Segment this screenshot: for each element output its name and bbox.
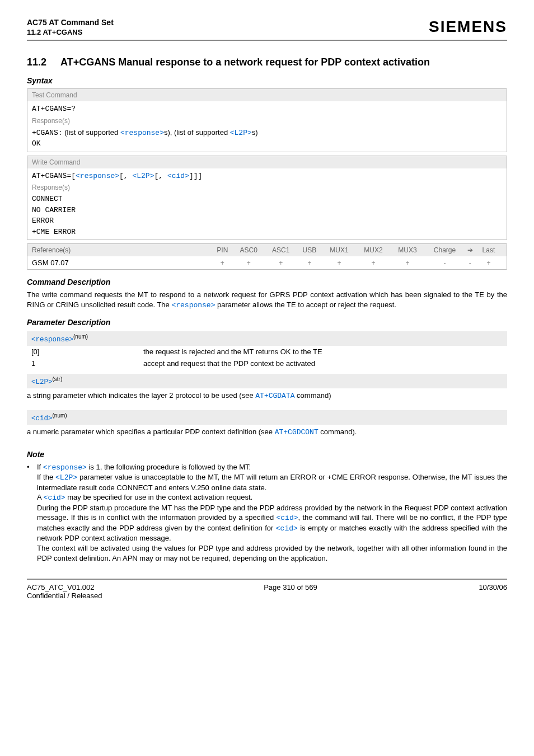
text: a numeric parameter which specifies a pa… [27,428,275,436]
val-mux1: + [322,256,356,269]
test-cmd-label: Test Command [27,89,507,101]
cmd-desc-heading: Command Description [27,278,507,287]
param-l2p[interactable]: <L2P> [230,129,252,137]
resp-text: s), (list of supported [164,128,230,137]
write-command-block: Write Command AT+CGANS=[<response>[, <L2… [27,156,507,241]
test-ok: OK [32,138,502,149]
val-usb: + [297,256,322,269]
cmd-prefix: AT+CGANS= [32,172,71,180]
col-asc0: ASC0 [233,244,265,256]
resp-text: s) [252,128,258,137]
page-footer: AC75_ATC_V01.002 Confidential / Released… [27,579,507,600]
doc-subtitle: 11.2 AT+CGANS [27,28,114,36]
write-cmd: AT+CGANS=[<response>[, <L2P>[, <cid>]]] [32,171,502,182]
bullet-icon: • [27,462,37,563]
write-resp-error: ERROR [32,215,502,227]
cmd-desc-text: The write command requests the MT to res… [27,290,507,310]
col-arrow: ➔ [465,244,475,256]
section-title: AT+CGANS Manual response to a network re… [60,57,507,68]
note-heading: Note [27,450,507,459]
col-pin: PIN [212,244,233,256]
doc-title: AC75 AT Command Set [27,18,114,27]
link-atcgdata[interactable]: AT+CGDATA [255,392,294,400]
param-desc-heading: Parameter Description [27,318,507,327]
val-pin: + [212,256,233,269]
param-cid-block: <cid>(num) a numeric parameter which spe… [27,410,507,442]
section-number: 11.2 [27,57,60,68]
param-type: (num) [73,334,88,340]
param-response[interactable]: <response> [171,301,215,309]
param-name-cid[interactable]: <cid> [31,415,53,422]
text: may be specified for use in the context … [65,493,253,501]
val-asc0: + [233,256,265,269]
param-cid[interactable]: <cid> [167,172,189,180]
test-cmd: AT+CGANS=? [32,104,502,115]
footer-date: 10/30/06 [479,583,507,600]
arrow-icon: ➔ [467,246,473,254]
param-type: (str) [53,376,63,382]
text: a string parameter which indicates the l… [27,391,255,400]
text: is 1, the following procedure is followe… [87,463,251,471]
param-desc-0: the request is rejected and the MT retur… [143,348,503,356]
text: command). [318,428,357,436]
text: If [37,463,43,471]
param-key-1: 1 [31,359,143,368]
col-mux3: MUX3 [390,244,424,256]
col-charge: Charge [424,244,465,256]
text: parameter value is unacceptable to the M… [37,473,507,492]
text: The context will be activated using the … [37,544,507,562]
reference-block: Reference(s) PIN ASC0 ASC1 USB MUX1 MUX2… [27,243,507,270]
param-desc-1: accept and request that the PDP context … [143,359,503,368]
col-last: Last [475,244,507,256]
section-heading: 11.2 AT+CGANS Manual response to a netwo… [27,57,507,68]
param-cid[interactable]: <cid> [44,494,65,502]
write-resp-cme: +CME ERROR [32,227,502,238]
val-mux2: + [356,256,390,269]
param-l2p[interactable]: <L2P> [132,172,154,180]
param-cid[interactable]: <cid> [276,524,298,533]
param-response[interactable]: <response> [120,129,164,137]
col-asc1: ASC1 [265,244,297,256]
val-mux3: + [390,256,424,269]
note-list: • If <response> is 1, the following proc… [27,462,507,563]
text: If the [37,473,55,481]
link-atcgdcont[interactable]: AT+CGDCONT [275,428,318,436]
note-body: If <response> is 1, the following proced… [37,462,507,563]
ref-row-label: GSM 07.07 [27,256,212,269]
footer-version: AC75_ATC_V01.002 [27,583,102,591]
text: A [37,493,44,501]
page-header: AC75 AT Command Set 11.2 AT+CGANS SIEMEN… [27,18,507,41]
val-asc1: + [265,256,297,269]
text: parameter allows the TE to accept or rej… [215,300,396,309]
param-l2p-block: <L2P>(str) a string parameter which indi… [27,374,507,406]
brand-logo: SIEMENS [429,18,507,36]
param-l2p[interactable]: <L2P> [55,473,77,482]
resp-prefix: +CGANS: [32,129,63,137]
param-name-l2p[interactable]: <L2P> [31,378,53,386]
param-cid[interactable]: <cid> [276,514,298,522]
write-cmd-label: Write Command [27,156,507,168]
param-name-response[interactable]: <response> [31,336,73,344]
col-mux2: MUX2 [356,244,390,256]
test-resp-line: +CGANS: (list of supported <response>s),… [32,127,502,139]
param-cid-text: a numeric parameter which specifies a pa… [27,425,507,442]
val-last: + [475,256,507,269]
col-mux1: MUX1 [322,244,356,256]
param-response[interactable]: <response> [43,463,87,472]
param-response[interactable]: <response> [76,172,119,180]
val-arrow: - [465,256,475,269]
footer-page: Page 310 of 569 [102,583,479,600]
footer-confidential: Confidential / Released [27,591,102,600]
resp-text: (list of supported [63,128,120,137]
test-command-block: Test Command AT+CGANS=? Response(s) +CGA… [27,88,507,152]
text: command) [295,391,331,400]
write-resp-label: Response(s) [32,182,502,192]
col-usb: USB [297,244,322,256]
param-response-block: <response>(num) [0] the request is rejec… [27,331,507,369]
test-resp-label: Response(s) [32,116,502,126]
param-type: (num) [53,412,67,419]
write-resp-connect: CONNECT [32,194,502,205]
param-key-0: [0] [31,348,143,356]
val-charge: - [424,256,465,269]
ref-head: Reference(s) [27,244,212,256]
